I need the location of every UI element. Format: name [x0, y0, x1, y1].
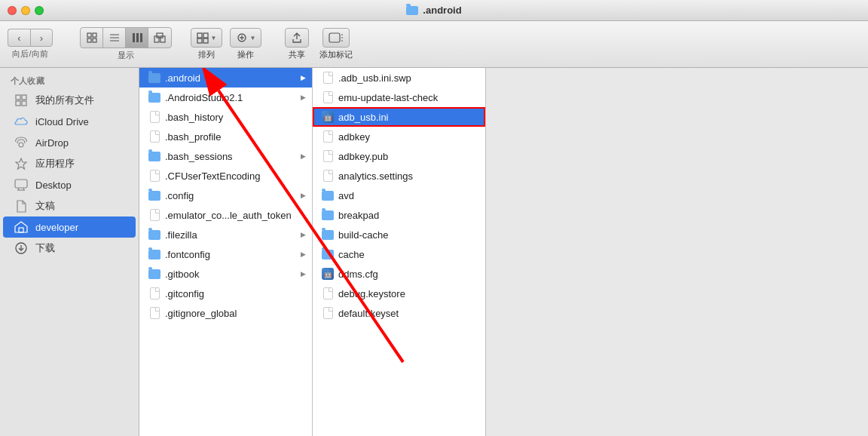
svg-point-28	[19, 143, 23, 147]
chevron-icon: ▶	[301, 74, 306, 81]
folder-icon	[322, 209, 334, 221]
view-section: 显示	[80, 27, 172, 61]
item-name: .bash_sessions	[165, 151, 296, 162]
docs-icon	[14, 198, 29, 213]
list-item[interactable]: build-cache	[313, 225, 485, 244]
svg-rect-24	[16, 95, 20, 100]
zoom-button[interactable]	[35, 6, 44, 15]
cover-flow-button[interactable]	[148, 28, 171, 48]
chevron-icon: ▶	[301, 270, 306, 278]
share-button[interactable]	[285, 28, 309, 48]
sidebar-item-desktop[interactable]: Desktop	[3, 174, 136, 195]
list-item[interactable]: .gitconfig	[139, 284, 312, 303]
list-item-adb-usb-ini[interactable]: adb_usb.ini	[313, 107, 485, 127]
list-item[interactable]: .gitignore_global	[139, 303, 312, 323]
list-item[interactable]: avd	[313, 186, 485, 205]
minimize-button[interactable]	[21, 6, 30, 15]
svg-rect-12	[157, 33, 163, 38]
folder-icon	[322, 248, 334, 260]
list-item[interactable]: .filezilla ▶	[139, 225, 312, 244]
file-icon	[148, 209, 160, 221]
sidebar-item-developer[interactable]: developer	[3, 216, 136, 238]
chevron-icon: ▶	[301, 231, 306, 238]
sidebar-item-airdrop[interactable]: AirDrop	[3, 132, 136, 153]
item-name: default.keyset	[338, 308, 479, 319]
item-name: .bash_history	[165, 112, 306, 123]
list-item[interactable]: ddms.cfg	[313, 264, 485, 284]
item-name: breakpad	[338, 210, 479, 221]
folder-icon	[148, 150, 160, 162]
action-button[interactable]: ▼	[230, 28, 262, 48]
item-name: .config	[165, 190, 296, 201]
folder-icon	[322, 189, 334, 201]
nav-section: ‹ › 向后/向前	[8, 29, 53, 60]
folder-icon	[148, 248, 160, 260]
list-item[interactable]: emu-update-last-check	[313, 88, 485, 107]
sidebar-item-label: iCloud Drive	[35, 116, 89, 127]
svg-rect-13	[197, 33, 202, 38]
list-item[interactable]: .AndroidStudio2.1 ▶	[139, 88, 312, 107]
desktop-icon	[14, 177, 29, 192]
list-view-button[interactable]	[103, 28, 126, 48]
item-name: adbkey.pub	[338, 151, 479, 162]
file-icon	[322, 287, 334, 299]
file-icon	[322, 307, 334, 319]
sidebar-item-documents[interactable]: 文稿	[3, 195, 136, 216]
close-button[interactable]	[8, 6, 17, 15]
item-name: .filezilla	[165, 229, 296, 241]
item-name: .android	[165, 72, 296, 84]
sidebar: 个人收藏 我的所有文件 iCloud Drive AirDrop 应用程序	[0, 68, 139, 436]
list-item[interactable]: .emulator_co...le_auth_token	[139, 205, 312, 225]
svg-rect-2	[87, 38, 91, 42]
folder-icon	[148, 72, 160, 84]
sidebar-item-label: 应用程序	[35, 157, 75, 170]
forward-button[interactable]: ›	[30, 29, 53, 47]
action-button-section: ▼ 操作	[229, 28, 262, 60]
list-item[interactable]: adbkey.pub	[313, 146, 485, 166]
icon-view-button[interactable]	[81, 28, 103, 48]
list-item[interactable]: .fontconfig ▶	[139, 244, 312, 264]
item-name: .emulator_co...le_auth_token	[165, 210, 306, 221]
list-item[interactable]: adbkey	[313, 127, 485, 146]
sidebar-item-downloads[interactable]: 下载	[3, 238, 136, 259]
sidebar-section-title: 个人收藏	[0, 74, 139, 90]
list-item[interactable]: analytics.settings	[313, 166, 485, 186]
column-view-button[interactable]	[126, 28, 148, 48]
sidebar-item-applications[interactable]: 应用程序	[3, 153, 136, 174]
list-item[interactable]: .gitbook ▶	[139, 264, 312, 284]
adb-icon	[322, 111, 334, 123]
list-item[interactable]: debug.keystore	[313, 284, 485, 303]
list-item[interactable]: .bash_sessions ▶	[139, 146, 312, 166]
list-item[interactable]: .adb_usb.ini.swp	[313, 68, 485, 88]
sort-button-section: ▼ 排列	[190, 28, 223, 60]
special-icon	[322, 268, 334, 280]
list-item[interactable]: .CFUserTextEncoding	[139, 166, 312, 186]
bookmark-label: 添加标记	[319, 49, 353, 60]
list-item[interactable]: .config ▶	[139, 186, 312, 205]
item-name: debug.keystore	[338, 288, 479, 299]
window-title: .android	[406, 5, 461, 16]
item-name: cache	[338, 249, 479, 260]
folder-icon	[148, 91, 160, 103]
svg-rect-29	[15, 180, 27, 188]
list-item[interactable]: cache	[313, 244, 485, 264]
sort-button[interactable]: ▼	[191, 28, 223, 48]
back-button[interactable]: ‹	[8, 29, 30, 47]
finder-body: 个人收藏 我的所有文件 iCloud Drive AirDrop 应用程序	[0, 68, 868, 436]
item-name: .bash_profile	[165, 131, 306, 143]
chevron-icon: ▶	[301, 94, 306, 101]
list-item[interactable]: breakpad	[313, 205, 485, 225]
item-name: .CFUserTextEncoding	[165, 170, 306, 182]
sidebar-item-all-files[interactable]: 我的所有文件	[3, 90, 136, 111]
file-icon	[322, 150, 334, 162]
sidebar-item-icloud[interactable]: iCloud Drive	[3, 111, 136, 132]
bookmark-button[interactable]	[322, 28, 350, 48]
svg-rect-7	[133, 33, 135, 42]
list-item[interactable]: .android ▶	[139, 68, 312, 88]
column-1: .android ▶ .AndroidStudio2.1 ▶ .bash_his…	[139, 68, 313, 436]
list-item[interactable]: .bash_history	[139, 107, 312, 127]
list-item[interactable]: .bash_profile	[139, 127, 312, 146]
list-item[interactable]: default.keyset	[313, 303, 485, 323]
folder-icon	[148, 229, 160, 241]
folder-icon	[322, 229, 334, 241]
